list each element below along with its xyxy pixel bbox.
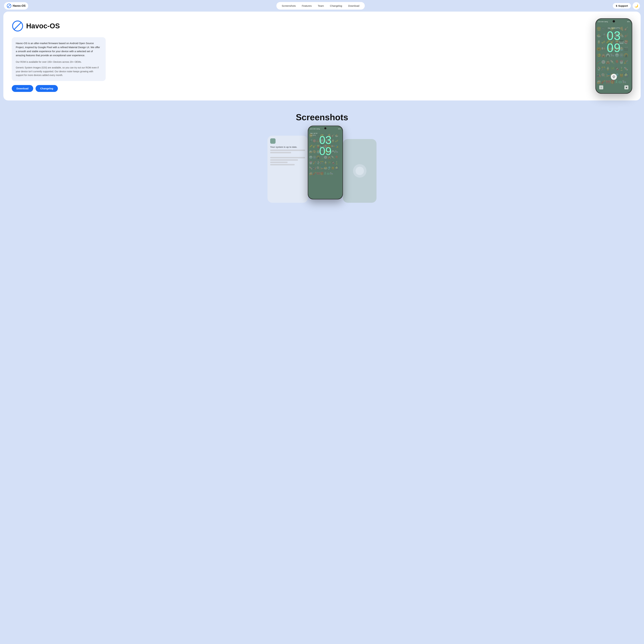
hero-title: Havoc-OS <box>26 22 60 30</box>
phone-screen: 🍔🎮🎧🌮🎵🍕🎸🍜🎤🎯🍩🎲🌯🎻🍦🎺🌽🎷🍟🎹🍣🎃🍱🎭🍛🎨🧁🎬🍤🎪🍙🎠🍚🎡🍘🎢🍥🎪🍡🎈… <box>596 19 632 93</box>
screenshot-left-content: Your system is up to date. <box>267 136 308 169</box>
phone-status-carrier: airtel Wifi Calling <box>598 21 608 22</box>
phone-notch <box>613 20 615 22</box>
phone-device: 🍔🎮🎧🌮🎵🍕🎸🍜🎤🎯🍩🎲🌯🎻🍦🎺🌽🎷🍟🎹🍣🎃🍱🎭🍛🎨🧁🎬🍤🎪🍙🎠🍚🎡🍘🎢🍥🎪🍡🎈… <box>595 18 632 94</box>
screenshot-left-line1 <box>270 150 305 151</box>
phone-home-icon: ⌂ <box>599 85 603 89</box>
hero-logo-row: Havoc-OS <box>12 20 106 32</box>
nav-link-changelog[interactable]: Changelog <box>327 3 345 8</box>
hero-left: Havoc-OS Havoc-OS is an after-market fir… <box>12 20 106 92</box>
phone-fingerprint-icon <box>611 74 617 80</box>
hero-description-gsi: Generic System Images (GSI) are availabl… <box>16 66 102 77</box>
moon-icon: 🌙 <box>634 4 638 8</box>
hero-logo-icon <box>12 20 23 32</box>
screenshot-left-line5 <box>270 162 288 163</box>
support-label: Support <box>618 4 628 7</box>
nav-link-download[interactable]: Download <box>345 3 362 8</box>
screenshot-left-line6 <box>270 164 295 165</box>
screenshot-left-line4 <box>270 159 298 161</box>
screenshot-center[interactable]: 🍔🎮🎧🌮🎵🍕🎸🍜🎤🎯🍩🎲🌯🎻🍦🎺🌽🎷🍟🎹🍣🎃🍱🎭🍛🎨🧁🎬🍤🎪🍙🎠🍚🎡🍘🎢🍥🎪🍡🎈… <box>308 126 343 199</box>
svg-line-1 <box>8 5 10 7</box>
screenshots-section: Screenshots Your system is up to date. 🍔… <box>0 105 644 206</box>
theme-toggle-button[interactable]: 🌙 <box>633 2 640 10</box>
nav-links: Screenshots Features Team Changelog Down… <box>276 2 365 10</box>
sc-status-carrier: airtel Wifi Calling <box>310 128 320 130</box>
svg-line-3 <box>14 22 21 30</box>
nav-link-screenshots[interactable]: Screenshots <box>279 3 298 8</box>
screenshot-center-screen: 🍔🎮🎧🌮🎵🍕🎸🍜🎤🎯🍩🎲🌯🎻🍦🎺🌽🎷🍟🎹🍣🎃🍱🎭🍛🎨🧁🎬🍤🎪🍙🎠🍚🎡🍘🎢🍥🎪🍡🎈… <box>308 126 342 199</box>
phone-time-display: Sat, Jul 15 27°C 0309 <box>596 27 632 54</box>
screenshot-right[interactable] <box>343 139 377 203</box>
nav-support-button[interactable]: $ Support <box>613 3 631 9</box>
download-button[interactable]: Download <box>12 85 33 92</box>
phone-recents-icon: ▦ <box>624 85 628 89</box>
phone-nav-bar: ⌂ ▦ <box>596 83 632 93</box>
sc-status-battery: 99% <box>338 128 341 130</box>
nav-logo-icon <box>7 4 11 8</box>
changelog-button[interactable]: Changelog <box>36 85 58 92</box>
phone-status-battery: 99% <box>627 21 630 22</box>
nav-link-features[interactable]: Features <box>299 3 314 8</box>
screenshot-left-line3 <box>270 157 305 158</box>
phone-clock: 0309 <box>607 30 621 54</box>
screenshot-left-line2 <box>270 152 291 153</box>
hero-phone-mockup: 🍔🎮🎧🌮🎵🍕🎸🍜🎤🎯🍩🎲🌯🎻🍦🎺🌽🎷🍟🎹🍣🎃🍱🎭🍛🎨🧁🎬🍤🎪🍙🎠🍚🎡🍘🎢🍥🎪🍡🎈… <box>595 18 632 94</box>
screenshot-left-title: Your system is up to date. <box>270 146 305 148</box>
hero-card: Havoc-OS Havoc-OS is an after-market fir… <box>3 12 641 100</box>
nav-right: $ Support 🌙 <box>613 2 640 10</box>
dollar-icon: $ <box>616 4 617 7</box>
screenshot-right-inner <box>343 139 377 203</box>
svg-point-4 <box>613 76 614 77</box>
phone-date: Sat, Jul 15 27°C <box>608 27 620 29</box>
screenshots-carousel: Your system is up to date. 🍔🎮🎧🌮🎵🍕🎸🍜🎤🎯🍩🎲🌯… <box>3 129 641 203</box>
sc-clock: 03 09 <box>308 135 342 157</box>
sc-notch <box>324 127 326 129</box>
navbar: Havoc-OS Screenshots Features Team Chang… <box>0 0 644 12</box>
hero-description-rom: Our ROM is available for over 150+ Devic… <box>16 60 102 64</box>
nav-logo-text: Havoc-OS <box>13 4 25 7</box>
hero-buttons: Download Changelog <box>12 85 106 92</box>
screenshot-left[interactable]: Your system is up to date. <box>267 136 308 203</box>
hero-description-box: Havoc-OS is an after-market firmware bas… <box>12 37 106 81</box>
hero-section: Havoc-OS Havoc-OS is an after-market fir… <box>0 12 644 105</box>
hero-description-main: Havoc-OS is an after-market firmware bas… <box>16 41 102 57</box>
nav-logo[interactable]: Havoc-OS <box>4 2 28 10</box>
screenshots-title: Screenshots <box>3 112 641 122</box>
nav-link-team[interactable]: Team <box>315 3 327 8</box>
